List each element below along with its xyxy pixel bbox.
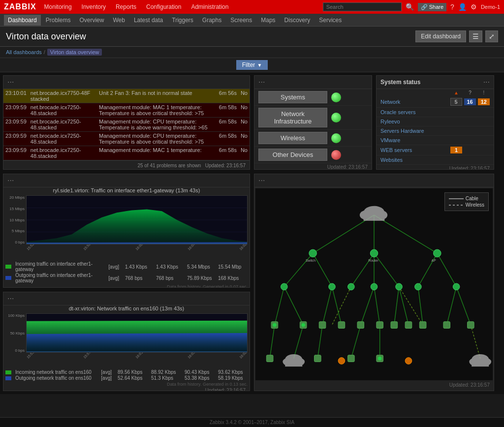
demo-label: Demo-1 <box>481 4 500 10</box>
system-status-row: Oracle servers <box>377 108 494 117</box>
page-header-actions: Edit dashboard ☰ ⤢ <box>415 30 498 42</box>
host-group-button[interactable]: Wireless <box>258 132 327 144</box>
graph1-outgoing-avg-val: 75.89 Kbps <box>187 275 214 281</box>
problems-table: 23:10:01 net.brocade.icx7750-48F stacked… <box>3 89 250 160</box>
breadcrumb: All dashboards / Virton data overview <box>0 47 504 58</box>
prob-time: 23:09:59 <box>3 118 29 132</box>
svg-point-52 <box>329 283 336 290</box>
table-row: 23:09:59 net.brocade.icx7250-48.stacked … <box>3 132 250 146</box>
table-row: 23:09:59 net.brocade.icx7250-48.stacked … <box>3 118 250 132</box>
prob-ack: No <box>239 89 250 103</box>
prob-time: 23:09:59 <box>3 103 29 118</box>
graph1-outgoing-min: 768 bps <box>156 275 183 281</box>
nav-inventory[interactable]: Inventory <box>80 3 108 10</box>
prob-host[interactable]: net.brocade.icx7250-48.stacked <box>29 146 97 160</box>
subnav-discovery[interactable]: Discovery <box>281 15 315 26</box>
host-group-button[interactable]: Systems <box>258 91 327 103</box>
graph1-title: ryl.side1.virton: Traffic on interface e… <box>5 187 248 193</box>
svg-point-53 <box>348 283 355 290</box>
nav-reports[interactable]: Reports <box>114 3 138 10</box>
svg-point-50 <box>434 249 441 257</box>
svg-marker-3 <box>27 209 247 244</box>
system-status-name[interactable]: WEB servers <box>380 147 448 153</box>
table-row: 23:10:01 net.brocade.icx7750-48F stacked… <box>3 89 250 103</box>
nav-configuration[interactable]: Configuration <box>144 3 183 10</box>
graph2-outgoing-label: Outgoing network traffic on ens160 <box>15 375 97 381</box>
svg-point-76 <box>301 323 305 327</box>
graph2-incoming-min: 88.92 Kbps <box>151 369 181 375</box>
graph2-incoming-avg-label: [avg] <box>101 369 112 375</box>
user-icon[interactable]: 👤 <box>458 3 467 11</box>
breadcrumb-parent[interactable]: All dashboards <box>6 49 42 55</box>
prob-host[interactable]: net.brocade.icx7750-48F stacked <box>29 89 97 103</box>
svg-point-48 <box>309 249 317 257</box>
filter-button[interactable]: Filter ▼ <box>236 60 268 70</box>
prob-time: 23:09:59 <box>3 146 29 160</box>
map-legend-cable: Cable <box>449 196 484 201</box>
search-icon[interactable]: 🔍 <box>406 3 414 11</box>
subnav-web[interactable]: Web <box>109 15 128 26</box>
nav-administration[interactable]: Administration <box>189 3 230 10</box>
prob-time: 23:09:59 <box>3 132 29 146</box>
share-button[interactable]: 🔗 Share <box>418 3 446 11</box>
prob-duration: 6m 58s <box>217 146 239 160</box>
graph1-incoming-legend-color <box>5 265 11 269</box>
prob-time: 23:10:01 <box>3 89 29 103</box>
graph2-menu[interactable]: ··· <box>7 294 14 303</box>
svg-point-51 <box>281 283 288 290</box>
footer-text: Zabbix 3.4.2 © 2001–2017, Zabbix SIA <box>210 420 294 425</box>
map-legend-wireless: Wireless <box>449 202 484 208</box>
subnav-graphs[interactable]: Graphs <box>198 15 225 26</box>
subnav-screens[interactable]: Screens <box>226 15 256 26</box>
graph1-menu[interactable]: ··· <box>7 176 14 185</box>
host-groups-list: Systems Network Infrastructure Wireless … <box>254 89 372 163</box>
graph1-incoming-avg-label: [avg] <box>108 264 119 270</box>
prob-ack: No <box>239 118 250 132</box>
search-input[interactable] <box>323 2 402 11</box>
prob-host[interactable]: net.brocade.icx7250-48.stacked <box>29 118 97 132</box>
nav-monitoring[interactable]: Monitoring <box>42 3 74 10</box>
system-status-row: WEB servers1 <box>377 145 494 155</box>
subnav-overview[interactable]: Overview <box>75 15 108 26</box>
cable-line-icon <box>449 198 464 199</box>
subnav-latest-data[interactable]: Latest data <box>130 15 167 26</box>
subnav-triggers[interactable]: Triggers <box>168 15 197 26</box>
system-status-row: Servers Hardware <box>377 126 494 136</box>
list-view-button[interactable]: ☰ <box>469 30 482 42</box>
network-map-menu[interactable]: ··· <box>258 176 265 185</box>
subnav-maps[interactable]: Maps <box>257 15 279 26</box>
system-status-name[interactable]: Oracle servers <box>380 109 448 115</box>
subnav-problems[interactable]: Problems <box>42 15 75 26</box>
host-group-button[interactable]: Other Devices <box>258 149 327 161</box>
host-group-row: Systems <box>254 89 372 106</box>
prob-duration: 6m 58s <box>217 118 239 132</box>
subnav-dashboard[interactable]: Dashboard <box>4 15 41 26</box>
status-badge: 5 <box>450 98 462 106</box>
prob-host[interactable]: net.brocade.icx7250-48.stacked <box>29 103 97 118</box>
system-status-name[interactable]: VMware <box>380 137 448 143</box>
svg-point-54 <box>371 283 378 290</box>
graph2-incoming-max: 93.62 Kbps <box>218 369 248 375</box>
edit-dashboard-button[interactable]: Edit dashboard <box>415 30 466 42</box>
system-status-name[interactable]: Websites <box>380 157 448 163</box>
help-icon[interactable]: ? <box>450 3 454 11</box>
system-status-name[interactable]: Ryleevo <box>380 119 448 124</box>
system-status-menu[interactable]: ··· <box>483 78 490 87</box>
prob-host[interactable]: net.brocade.icx7250-48.stacked <box>29 132 97 146</box>
problems-panel-menu[interactable]: ··· <box>7 78 14 87</box>
system-status-name[interactable]: Servers Hardware <box>380 128 448 134</box>
graph2-updated: Updated: 23:16:57 <box>3 387 250 391</box>
graph1-outgoing-avg-label: [avg] <box>108 275 119 281</box>
svg-point-56 <box>415 283 422 290</box>
svg-rect-66 <box>419 322 426 329</box>
status-badge: 16 <box>464 98 476 105</box>
graph1-incoming-last: 1.43 Kbps <box>125 264 152 270</box>
host-groups-menu[interactable]: ··· <box>258 78 265 87</box>
subnav-services[interactable]: Services <box>315 15 346 26</box>
settings-icon[interactable]: ⚙ <box>471 3 477 11</box>
svg-rect-73 <box>348 355 355 362</box>
fullscreen-button[interactable]: ⤢ <box>485 30 498 42</box>
wireless-line-icon <box>449 205 464 206</box>
host-group-button[interactable]: Network Infrastructure <box>258 108 327 127</box>
system-status-name[interactable]: Network <box>380 99 448 105</box>
